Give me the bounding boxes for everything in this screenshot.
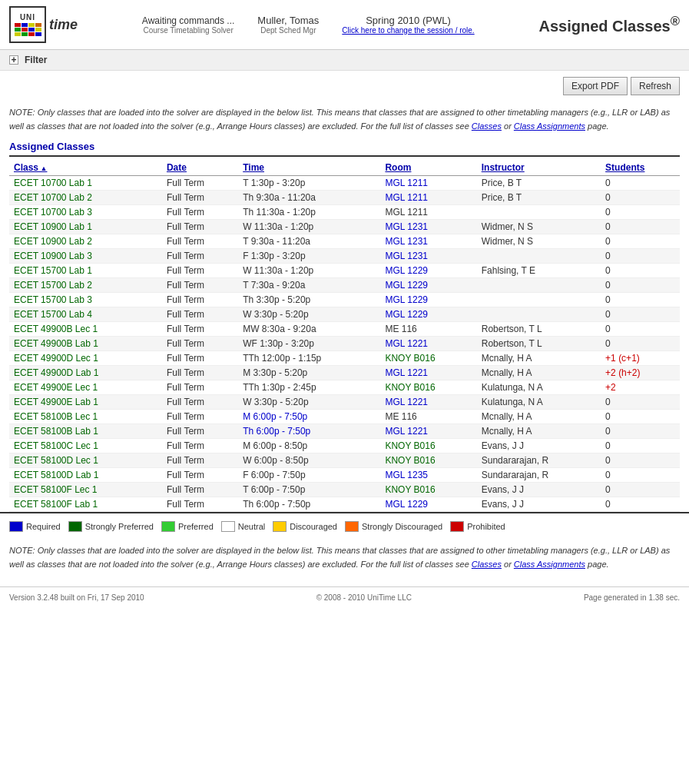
table-row: ECET 15700 Lab 3Full TermTh 3:30p - 5:20…: [9, 293, 680, 307]
cell-time: F 6:00p - 7:50p: [238, 468, 380, 483]
legend-item: Strongly Discouraged: [345, 521, 442, 532]
room-link[interactable]: MGL 1211: [385, 178, 428, 188]
cell-room: KNOY B016: [380, 351, 476, 366]
cell-room: MGL 1235: [380, 468, 476, 483]
cell-date: Full Term: [162, 439, 238, 453]
class-link[interactable]: ECET 58100B Lab 1: [14, 426, 98, 437]
class-link[interactable]: ECET 15700 Lab 1: [14, 265, 92, 276]
room-link[interactable]: MGL 1229: [385, 499, 428, 510]
cell-instructor: Widmer, N S: [477, 234, 601, 249]
solver-label: Awaiting commands ...: [142, 15, 235, 26]
legend-item: Discouraged: [273, 521, 337, 532]
cell-date: Full Term: [162, 424, 238, 439]
classes-link[interactable]: Classes: [472, 121, 502, 131]
class-link[interactable]: ECET 49900B Lab 1: [14, 338, 98, 349]
table-row: ECET 49900E Lab 1Full TermW 3:30p - 5:20…: [9, 395, 680, 410]
bottom-classes-link[interactable]: Classes: [472, 560, 502, 569]
cell-instructor: Price, B T: [477, 176, 601, 191]
cell-students: 0: [601, 278, 680, 293]
room-link[interactable]: MGL 1221: [385, 397, 428, 407]
class-link[interactable]: ECET 10900 Lab 2: [14, 236, 92, 247]
room-green-link[interactable]: KNOY B016: [385, 440, 435, 451]
refresh-button[interactable]: Refresh: [631, 77, 680, 95]
room-green-link[interactable]: KNOY B016: [385, 353, 435, 364]
room-green-link[interactable]: KNOY B016: [385, 382, 435, 393]
class-link[interactable]: ECET 58100D Lab 1: [14, 470, 99, 480]
cell-students: 0: [601, 337, 680, 351]
class-link[interactable]: ECET 49900D Lec 1: [14, 353, 98, 364]
col-header-instructor[interactable]: Instructor: [477, 160, 601, 176]
cell-time: TTh 1:30p - 2:45p: [238, 380, 380, 395]
table-row: ECET 58100B Lec 1Full TermM 6:00p - 7:50…: [9, 410, 680, 424]
class-link[interactable]: ECET 49900D Lab 1: [14, 367, 99, 378]
cell-time: M 3:30p - 5:20p: [238, 366, 380, 380]
bottom-class-assignments-link[interactable]: Class Assignments: [514, 560, 585, 569]
cell-instructor: [477, 293, 601, 307]
room-link[interactable]: MGL 1221: [385, 338, 428, 349]
col-header-date[interactable]: Date: [162, 160, 238, 176]
filter-toggle[interactable]: + Filter: [9, 55, 47, 65]
title-sup: ®: [671, 14, 680, 28]
room-link[interactable]: MGL 1221: [385, 367, 428, 378]
cell-instructor: Widmer, N S: [477, 220, 601, 234]
room-green-link[interactable]: KNOY B016: [385, 455, 435, 466]
class-assignments-link[interactable]: Class Assignments: [514, 121, 585, 131]
room-link[interactable]: MGL 1221: [385, 426, 428, 437]
session-info[interactable]: Spring 2010 (PWL) Click here to change t…: [342, 15, 474, 35]
cell-room: MGL 1231: [380, 249, 476, 264]
col-header-class[interactable]: Class: [9, 160, 162, 176]
table-row: ECET 15700 Lab 4Full TermW 3:30p - 5:20p…: [9, 307, 680, 322]
filter-bar[interactable]: + Filter: [0, 50, 689, 71]
table-row: ECET 10700 Lab 2Full TermTh 9:30a - 11:2…: [9, 191, 680, 205]
class-link[interactable]: ECET 15700 Lab 4: [14, 309, 92, 320]
export-pdf-button[interactable]: Export PDF: [563, 77, 628, 95]
col-header-room[interactable]: Room: [380, 160, 476, 176]
legend-color-box: [161, 521, 175, 532]
table-row: ECET 15700 Lab 2Full TermT 7:30a - 9:20a…: [9, 278, 680, 293]
class-link[interactable]: ECET 10900 Lab 3: [14, 251, 92, 261]
class-link[interactable]: ECET 58100B Lec 1: [14, 411, 98, 422]
col-header-students[interactable]: Students: [601, 160, 680, 176]
cell-time: T 6:00p - 7:50p: [238, 483, 380, 497]
classes-table: Class Date Time Room Instructor Students…: [9, 160, 680, 512]
class-link[interactable]: ECET 15700 Lab 2: [14, 280, 92, 291]
room-link[interactable]: MGL 1211: [385, 192, 428, 203]
room-green-link[interactable]: KNOY B016: [385, 484, 435, 495]
cell-students: 0: [601, 439, 680, 453]
class-link[interactable]: ECET 58100F Lec 1: [14, 484, 98, 495]
class-link[interactable]: ECET 15700 Lab 3: [14, 294, 92, 305]
cell-students: +1 (c+1): [601, 351, 680, 366]
class-link[interactable]: ECET 10700 Lab 3: [14, 207, 92, 218]
class-link[interactable]: ECET 49900B Lec 1: [14, 324, 98, 334]
class-link[interactable]: ECET 58100C Lec 1: [14, 440, 98, 451]
top-note: NOTE: Only classes that are loaded into …: [0, 101, 689, 141]
room-link[interactable]: MGL 1231: [385, 236, 428, 247]
room-link[interactable]: MGL 1231: [385, 221, 428, 232]
col-header-time[interactable]: Time: [238, 160, 380, 176]
cell-room: KNOY B016: [380, 380, 476, 395]
page-title: Assigned Classes®: [539, 14, 680, 35]
class-link[interactable]: ECET 49900E Lab 1: [14, 397, 98, 407]
cell-time: W 11:30a - 1:20p: [238, 220, 380, 234]
table-row: ECET 49900D Lec 1Full TermTTh 12:00p - 1…: [9, 351, 680, 366]
class-link[interactable]: ECET 10900 Lab 1: [14, 221, 92, 232]
class-link[interactable]: ECET 10700 Lab 1: [14, 178, 92, 188]
room-link[interactable]: MGL 1229: [385, 280, 428, 291]
logo-box: UNI: [9, 6, 46, 43]
cell-time: Th 3:30p - 5:20p: [238, 293, 380, 307]
class-link[interactable]: ECET 10700 Lab 2: [14, 192, 92, 203]
room-link[interactable]: MGL 1231: [385, 251, 428, 261]
room-link[interactable]: MGL 1235: [385, 470, 428, 480]
room-link[interactable]: MGL 1229: [385, 294, 428, 305]
cell-room: MGL 1229: [380, 278, 476, 293]
cell-room: MGL 1211: [380, 205, 476, 220]
room-link[interactable]: MGL 1229: [385, 265, 428, 276]
class-link[interactable]: ECET 58100F Lab 1: [14, 499, 98, 510]
cell-instructor: Robertson, T L: [477, 322, 601, 337]
room-link[interactable]: MGL 1229: [385, 309, 428, 320]
cell-room: KNOY B016: [380, 483, 476, 497]
class-link[interactable]: ECET 58100D Lec 1: [14, 455, 98, 466]
class-link[interactable]: ECET 49900E Lec 1: [14, 382, 98, 393]
cell-students: 0: [601, 322, 680, 337]
logo-uni-text: UNI: [15, 13, 41, 22]
